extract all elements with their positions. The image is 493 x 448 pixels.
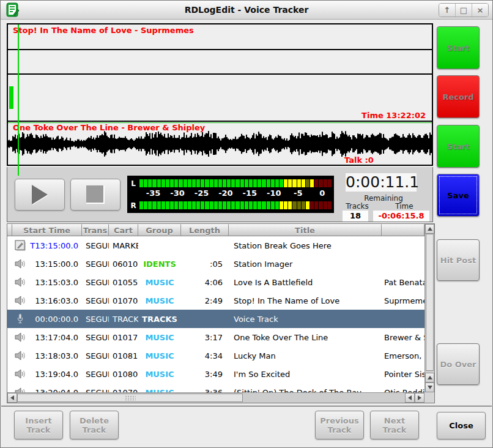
log-row[interactable]: 13:20:04.0SEGUE010705MUSIC3:36(Sittin' O… bbox=[7, 383, 424, 392]
table-cell: Station Imager bbox=[229, 259, 382, 269]
table-cell: MUSIC bbox=[138, 370, 181, 379]
do-over-button[interactable]: Do Over bbox=[437, 343, 480, 385]
log-row[interactable]: 13:15:00.0SEGUE060101IDENTS:05Station Im… bbox=[7, 255, 424, 273]
log-row[interactable]: 13:15:03.0SEGUE010559MUSIC4:06Love Is A … bbox=[7, 273, 424, 291]
marker-icon bbox=[12, 240, 28, 251]
meter-scale: -35-30-25-20-15-10-50 bbox=[139, 189, 332, 198]
remaining-tracks-value: 18 bbox=[343, 211, 368, 222]
meter-scale-label: -20 bbox=[218, 189, 233, 198]
log-row[interactable]: T13:15:00.0SEGUEMARKERStation Break Goes… bbox=[7, 236, 424, 255]
meter-segment bbox=[174, 201, 178, 209]
play-button[interactable] bbox=[15, 179, 65, 211]
shade-button[interactable]: ↑ bbox=[439, 4, 455, 17]
previous-track-button[interactable]: Previous Track bbox=[315, 411, 364, 439]
rdlogedit-app-icon bbox=[6, 2, 20, 17]
meter-segment bbox=[235, 201, 239, 209]
next-track-button[interactable]: Next Track bbox=[370, 411, 419, 439]
column-header-blank[interactable] bbox=[382, 224, 424, 236]
playhead-cursor[interactable] bbox=[18, 24, 19, 176]
column-header-title[interactable]: Title bbox=[229, 224, 382, 236]
column-header-cart[interactable]: Cart bbox=[109, 224, 138, 236]
table-cell: MARKER bbox=[109, 241, 138, 250]
meter-segment bbox=[262, 179, 265, 187]
table-cell: :05 bbox=[181, 259, 229, 269]
meter-segment bbox=[319, 179, 322, 187]
meter-segment bbox=[292, 201, 296, 209]
table-cell: One Toke Over The Line bbox=[229, 333, 382, 342]
insert-track-button[interactable]: Insert Track bbox=[14, 411, 63, 439]
log-row[interactable]: 13:17:04.0SEGUE010175MUSIC3:17One Toke O… bbox=[7, 328, 424, 346]
speaker-icon bbox=[12, 277, 28, 287]
log-row[interactable]: 13:18:03.0SEGUE010813MUSIC4:34Lucky ManE… bbox=[7, 346, 424, 365]
meter-segment bbox=[306, 179, 310, 187]
table-cell: Stop! In The Name of Love bbox=[229, 296, 382, 305]
start-next-button[interactable]: Start bbox=[437, 125, 480, 168]
log-row-selected[interactable]: 00:00:00.0SEGUETRACKTRACKSVoice Track bbox=[7, 310, 424, 328]
close-button[interactable]: Close bbox=[437, 412, 486, 439]
start-time-cell: 13:16:03.0 bbox=[28, 296, 80, 305]
meter-segment bbox=[223, 201, 226, 209]
delete-track-button[interactable]: Delete Track bbox=[70, 411, 119, 439]
meter-scale-label: -25 bbox=[195, 189, 209, 198]
table-cell: Station Break Goes Here bbox=[229, 241, 382, 250]
scroll-down-button[interactable] bbox=[425, 383, 434, 392]
meter-segment bbox=[218, 201, 222, 209]
thumb-grip bbox=[125, 395, 136, 401]
start-time-cell: 13:15:00.0 bbox=[28, 259, 80, 269]
table-cell: 4:34 bbox=[181, 351, 229, 360]
meter-segment bbox=[188, 201, 191, 209]
meter-segment bbox=[170, 179, 174, 187]
scroll-right-button[interactable] bbox=[415, 393, 424, 403]
meter-segment bbox=[253, 179, 257, 187]
column-header-start-time[interactable]: Start Time bbox=[12, 224, 82, 236]
table-cell: Lucky Man bbox=[229, 351, 382, 360]
column-header-trans[interactable]: Trans bbox=[82, 224, 109, 236]
talk-overlay: Talk :0 bbox=[344, 155, 374, 165]
maximize-button[interactable]: □ bbox=[455, 4, 472, 17]
meter-segment bbox=[214, 201, 218, 209]
audio-waveform bbox=[8, 130, 432, 158]
start-previous-button[interactable]: Start bbox=[437, 26, 480, 69]
previous-track-pane[interactable]: Stop! In The Name of Love - Suprmemes bbox=[8, 24, 432, 50]
column-header-blank[interactable] bbox=[7, 224, 12, 236]
save-button[interactable]: Save bbox=[437, 174, 480, 217]
table-cell: SEGUE bbox=[82, 370, 109, 379]
voice-track-pane[interactable]: Time 13:22:02 bbox=[8, 75, 432, 122]
meter-segment bbox=[166, 179, 169, 187]
log-row[interactable]: 13:16:03.0SEGUE010708MUSIC2:49Stop! In T… bbox=[7, 291, 424, 310]
column-header-group[interactable]: Group bbox=[138, 224, 181, 236]
horizontal-scrollbar[interactable] bbox=[7, 392, 424, 403]
table-cell: 010175 bbox=[109, 333, 138, 342]
meter-segment bbox=[161, 179, 165, 187]
scroll-left-button-right[interactable] bbox=[405, 393, 415, 403]
vertical-scroll-thumb[interactable] bbox=[426, 234, 434, 371]
meter-segment bbox=[205, 201, 209, 209]
horizontal-scroll-thumb[interactable] bbox=[17, 394, 243, 402]
table-cell: 060101 bbox=[109, 259, 138, 269]
vertical-scrollbar[interactable] bbox=[424, 224, 434, 392]
log-row[interactable]: 13:19:04.0SEGUE010809MUSIC3:49I'm So Exc… bbox=[7, 365, 424, 383]
table-cell: IDENTS bbox=[138, 259, 181, 269]
scrollbar-corner bbox=[424, 392, 434, 403]
scroll-up-button-bottom[interactable] bbox=[425, 373, 434, 383]
table-cell: 010813 bbox=[109, 351, 138, 360]
stop-button[interactable] bbox=[70, 179, 120, 211]
record-button[interactable]: Record bbox=[437, 75, 480, 118]
close-window-button[interactable]: × bbox=[472, 4, 488, 17]
start-time-cell: 00:00:00.0 bbox=[28, 315, 80, 324]
meter-segment bbox=[284, 179, 287, 187]
table-cell: Voice Track bbox=[229, 315, 382, 324]
start-time-cell: 13:20:04.0 bbox=[28, 388, 80, 393]
table-cell: I'm So Excited bbox=[229, 370, 382, 379]
column-header-length[interactable]: Length bbox=[181, 224, 229, 236]
speaker-icon bbox=[12, 332, 28, 342]
scroll-up-button[interactable] bbox=[425, 224, 434, 234]
arrow-right-icon bbox=[418, 395, 421, 400]
table-cell: 13:15:00.0 bbox=[12, 259, 82, 269]
hit-post-button[interactable]: Hit Post bbox=[437, 239, 480, 281]
table-cell: MUSIC bbox=[138, 388, 181, 393]
scroll-left-button[interactable] bbox=[7, 393, 17, 403]
meter-segment bbox=[267, 179, 270, 187]
track-gap-pane[interactable] bbox=[8, 50, 432, 75]
current-track-pane[interactable]: One Toke Over The Line - Brewer & Shiple… bbox=[8, 122, 432, 165]
